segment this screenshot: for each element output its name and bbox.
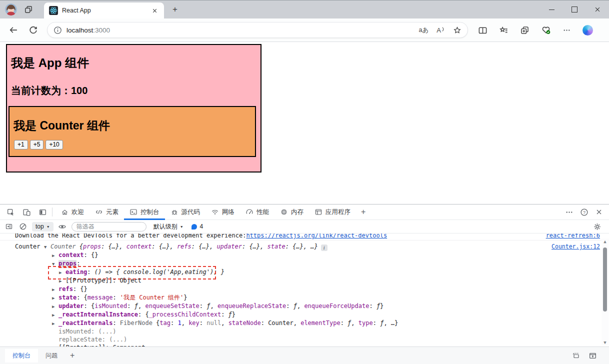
copilot-icon[interactable] [582,25,593,36]
appwin-icon [314,208,322,216]
source-link[interactable]: Counter.jsx:12 [552,243,600,250]
more-tools-button[interactable]: + [356,208,370,216]
minimize-button[interactable] [540,0,563,18]
devtools-tab-控制台[interactable]: 控制台 [124,205,165,220]
tree-row[interactable]: ▶context: {} [44,251,609,260]
dock-side-icon[interactable] [36,206,49,218]
tree-row[interactable]: ▶_reactInternalInstance: {_processChildC… [44,310,609,319]
devtools-tab-元素[interactable]: 元素 [90,205,124,220]
inspect-icon[interactable] [4,206,17,218]
devtools-tab-欢迎[interactable]: 欢迎 [56,205,90,220]
favorites-hub-icon[interactable] [499,26,508,35]
tree-row[interactable]: replaceState: (...) [44,336,609,344]
favorite-star-icon[interactable] [453,26,462,34]
collections-icon[interactable] [520,26,530,35]
tree-row[interactable]: ▶updater: {isMounted: ƒ, enqueueSetState… [44,302,609,310]
expand-arrow-icon[interactable]: ▶ [52,294,58,302]
translate-icon[interactable]: aあ [419,26,429,34]
scroll-up-arrow[interactable]: ▲ [602,238,608,244]
tree-row[interactable]: isMounted: (...) [44,328,609,336]
console-icon [130,208,138,216]
url-port: :3000 [93,26,110,34]
drawer-tab-控制台[interactable]: 控制台 [5,349,38,362]
scrollbar-thumb[interactable] [603,248,607,312]
devtools-tab-应用程序[interactable]: 应用程序 [309,205,356,220]
expand-arrow-icon[interactable]: ▶ [59,277,66,285]
split-screen-icon[interactable] [478,26,488,35]
banner-source-link[interactable]: react-refresh:6 [546,234,600,240]
profile-avatar[interactable] [5,4,17,16]
console-filter-input[interactable] [72,222,146,232]
url-host: localhost [66,26,93,34]
console-toolbar: top ▼ 默认级别 ▼ 4 [0,220,609,234]
dock-restore-icon[interactable] [572,352,580,360]
browser-tab[interactable]: React App [44,2,164,18]
messages-bubble-icon [192,224,197,230]
devtools-tab-内存[interactable]: 内存 [274,205,309,220]
more-options-icon[interactable] [562,26,571,34]
message-count-badge[interactable]: 4 [192,223,204,230]
react-favicon [49,6,58,15]
live-expression-eye-icon[interactable] [58,222,68,232]
log-levels-dropdown[interactable]: 默认级别 ▼ [154,222,184,231]
info-badge-icon[interactable]: i [321,244,328,251]
expand-arrow-icon[interactable]: ▶ [52,302,58,310]
console-scrollbar[interactable]: ▲ ▼ [602,238,608,346]
expand-panel-icon[interactable] [588,352,597,360]
js-context-selector[interactable]: top ▼ [32,222,54,232]
increment-button-plus1[interactable]: +1 [14,140,28,150]
console-output[interactable]: Download the React DevTools for a better… [0,234,609,346]
object-preview-row[interactable]: ▼Counter {props: {…}, context: {…}, refs… [44,242,609,251]
clear-console-icon[interactable] [18,222,28,232]
tree-row[interactable]: ▶refs: {} [44,285,609,294]
read-aloud-icon[interactable]: A [436,26,445,34]
close-x-icon[interactable] [593,206,605,218]
increment-button-plus5[interactable]: +5 [30,140,44,150]
console-sidebar-icon[interactable] [4,222,14,232]
svg-text:?: ? [582,210,585,214]
separator [52,208,52,216]
url-text[interactable]: localhost:3000 [66,26,419,34]
browser-actions [478,25,593,36]
bug-icon [170,208,178,216]
scroll-down-arrow[interactable]: ▼ [602,340,608,346]
more-options-icon[interactable] [563,206,575,218]
devtools-tab-网络[interactable]: 网络 [206,205,240,220]
close-window-button[interactable] [586,0,609,18]
devtools-link[interactable]: https://reactjs.org/link/react-devtools [246,234,387,240]
new-tab-button[interactable]: + [170,4,180,14]
tree-row[interactable]: ▶_reactInternals: FiberNode {tag: 1, key… [44,319,609,328]
expand-arrow-icon[interactable]: ▶ [52,286,58,294]
workspaces-icon[interactable] [24,5,33,14]
back-button[interactable] [8,24,20,36]
tab-title: React App [62,7,150,14]
devtools-tab-源代码[interactable]: 源代码 [165,205,206,220]
devtools-settings-gear-icon[interactable] [592,222,602,232]
increment-button-plus10[interactable]: +10 [46,140,62,150]
device-emulation-icon[interactable] [20,206,33,218]
refresh-button[interactable] [27,24,39,36]
expand-arrow-icon[interactable]: ▶ [59,268,66,276]
expand-arrow-icon[interactable]: ▶ [52,320,58,328]
collapse-arrow-icon[interactable]: ▼ [44,243,50,251]
tree-row[interactable]: ▼props: [44,260,609,268]
tree-row[interactable]: ▶state: {message: '我是 Counter 组件'} [44,294,609,302]
help-icon[interactable]: ? [578,206,590,218]
browser-toolbar: localhost:3000 aあ A [0,18,609,42]
tree-row[interactable]: ▶eating: () => { console.log('App,eating… [44,268,609,276]
drawer-tab-问题[interactable]: 问题 [38,349,65,362]
maximize-button[interactable] [563,0,586,18]
devtools-tab-性能[interactable]: 性能 [240,205,274,220]
tab-close-icon[interactable] [150,6,159,15]
expand-arrow-icon[interactable]: ▶ [52,252,58,260]
tree-row[interactable]: ▶[[Prototype]]: Object [44,276,609,285]
drawer-more-tools-button[interactable]: + [70,351,74,360]
browser-essentials-icon[interactable] [541,25,551,35]
expand-arrow-icon[interactable]: ▶ [52,311,58,319]
gauge-icon [246,208,254,216]
expand-arrow-icon[interactable]: ▼ [52,260,58,268]
page-viewport: 我是 App 组件 当前计数为：100 我是 Counter 组件 +1+5+1… [0,42,609,204]
site-info-icon[interactable] [54,26,62,34]
address-bar[interactable]: localhost:3000 aあ A [47,22,468,38]
chip-icon [280,208,288,216]
